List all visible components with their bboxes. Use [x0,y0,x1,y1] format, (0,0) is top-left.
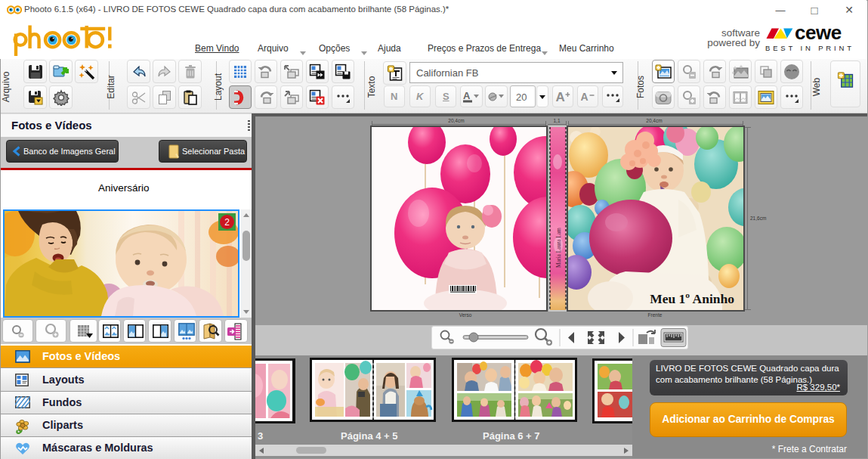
svg-text:Frente: Frente [648,312,663,318]
svg-text:BEST IN PRINT: BEST IN PRINT [765,44,854,52]
svg-text:Verso: Verso [459,312,472,318]
svg-text:1,1: 1,1 [553,118,560,123]
svg-text:A: A [556,91,565,103]
svg-text:2: 2 [224,217,230,228]
svg-text:Maria Laura Lam: Maria Laura Lam [555,228,562,268]
svg-text:20,4cm: 20,4cm [646,118,662,123]
svg-text:Meu 1º Aninho: Meu 1º Aninho [650,291,734,306]
svg-text:A: A [581,91,588,103]
svg-text:20,4cm: 20,4cm [448,118,464,123]
svg-text:A: A [463,91,471,101]
svg-text:21,6cm: 21,6cm [750,216,766,221]
svg-text:cewe: cewe [795,28,842,44]
